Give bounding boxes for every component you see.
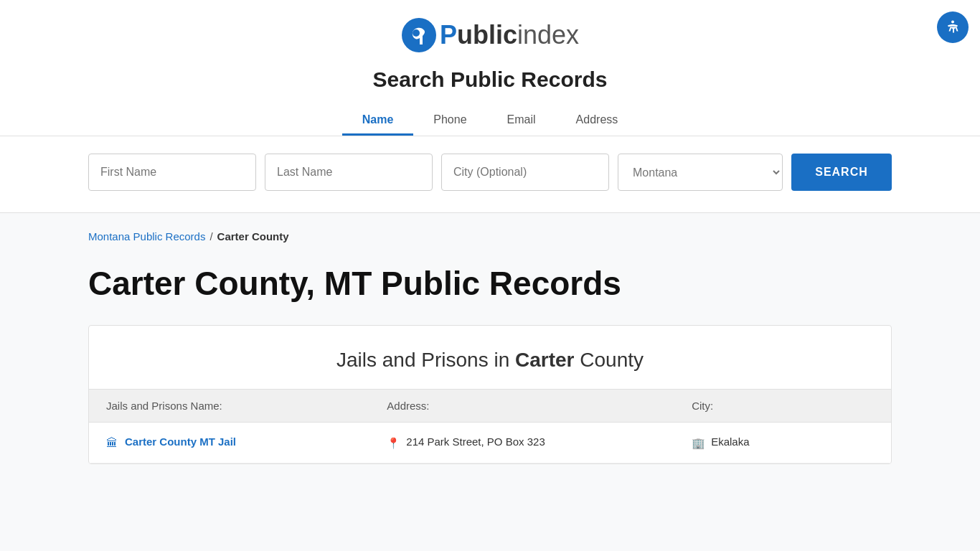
search-button[interactable]: SEARCH bbox=[791, 154, 892, 191]
breadcrumb-current: Carter County bbox=[217, 230, 289, 242]
section-heading-bold: Carter bbox=[515, 349, 574, 371]
col-address: Address: bbox=[369, 389, 674, 422]
page-search-title: Search Public Records bbox=[373, 67, 608, 92]
record-address-cell: 📍 214 Park Street, PO Box 323 bbox=[369, 422, 674, 463]
table-row: 🏛 Carter County MT Jail 📍 214 Park Stree… bbox=[89, 422, 891, 463]
tab-phone[interactable]: Phone bbox=[413, 106, 486, 136]
search-form: Montana Alabama Alaska Arizona Arkansas … bbox=[88, 154, 892, 191]
record-city-cell: 🏢 Ekalaka bbox=[674, 422, 891, 463]
tab-address[interactable]: Address bbox=[556, 106, 639, 136]
building-icon: 🏢 bbox=[692, 437, 705, 450]
breadcrumb: Montana Public Records / Carter County bbox=[88, 230, 892, 242]
section-heading-prefix: Jails and Prisons in bbox=[336, 349, 515, 371]
city-input[interactable] bbox=[441, 154, 609, 191]
jails-table: Jails and Prisons Name: Address: City: 🏛… bbox=[89, 389, 891, 463]
accessibility-button[interactable] bbox=[937, 11, 969, 43]
svg-point-2 bbox=[413, 29, 420, 37]
state-select[interactable]: Montana Alabama Alaska Arizona Arkansas … bbox=[618, 154, 783, 191]
last-name-input[interactable] bbox=[265, 154, 433, 191]
first-name-input[interactable] bbox=[88, 154, 256, 191]
section-heading: Jails and Prisons in Carter County bbox=[89, 326, 891, 389]
svg-point-0 bbox=[951, 21, 954, 24]
logo-text: Publicindex bbox=[440, 20, 579, 50]
jail-icon: 🏛 bbox=[106, 437, 118, 450]
breadcrumb-separator: / bbox=[209, 230, 212, 242]
record-address: 214 Park Street, PO Box 323 bbox=[406, 435, 545, 448]
record-name-cell: 🏛 Carter County MT Jail bbox=[89, 422, 369, 463]
tab-name[interactable]: Name bbox=[342, 106, 414, 136]
section-heading-suffix: County bbox=[575, 349, 644, 371]
tab-email[interactable]: Email bbox=[487, 106, 556, 136]
record-name-link[interactable]: Carter County MT Jail bbox=[125, 435, 236, 448]
search-tabs: Name Phone Email Address bbox=[342, 106, 639, 136]
main-content: Montana Public Records / Carter County C… bbox=[45, 213, 935, 464]
logo-icon bbox=[401, 17, 437, 53]
search-section: Montana Alabama Alaska Arizona Arkansas … bbox=[0, 136, 980, 213]
county-page-heading: Carter County, MT Public Records bbox=[88, 265, 892, 302]
breadcrumb-parent-link[interactable]: Montana Public Records bbox=[88, 230, 205, 242]
col-city: City: bbox=[674, 389, 891, 422]
pin-icon: 📍 bbox=[387, 437, 400, 450]
col-name: Jails and Prisons Name: bbox=[89, 389, 369, 422]
site-header: Publicindex Search Public Records Name P… bbox=[0, 0, 980, 136]
jails-prisons-section: Jails and Prisons in Carter County Jails… bbox=[88, 325, 892, 464]
logo[interactable]: Publicindex bbox=[401, 17, 579, 53]
record-city: Ekalaka bbox=[711, 435, 749, 448]
table-header: Jails and Prisons Name: Address: City: bbox=[89, 389, 891, 422]
